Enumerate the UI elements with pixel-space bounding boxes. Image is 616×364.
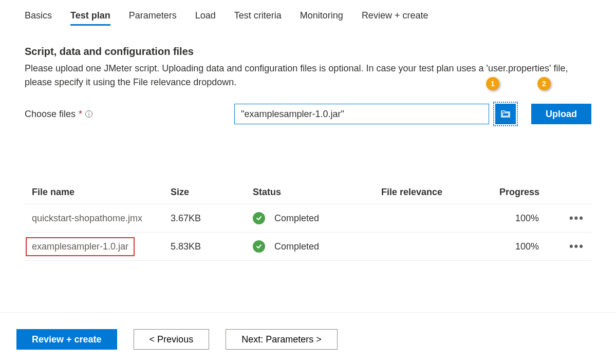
- col-header-progress[interactable]: Progress: [492, 181, 562, 204]
- col-header-name[interactable]: File name: [25, 181, 163, 204]
- tab-monitoring[interactable]: Monitoring: [300, 10, 343, 25]
- col-header-status[interactable]: Status: [246, 181, 374, 204]
- table-row: quickstart-shopathome.jmx 3.67KB Complet…: [25, 204, 591, 233]
- choose-files-label-text: Choose files: [25, 109, 76, 120]
- col-header-size[interactable]: Size: [163, 181, 246, 204]
- next-button[interactable]: Next: Parameters >: [226, 329, 338, 350]
- review-create-button[interactable]: Review + create: [16, 329, 117, 350]
- tab-test-plan[interactable]: Test plan: [70, 10, 110, 25]
- footer-buttons: Review + create < Previous Next: Paramet…: [0, 313, 616, 356]
- table-row: examplesampler-1.0.jar 5.83KB Completed …: [25, 233, 591, 261]
- previous-button[interactable]: < Previous: [134, 329, 210, 350]
- browse-folder-button[interactable]: [495, 104, 516, 124]
- file-path-input[interactable]: [234, 104, 489, 124]
- file-status-cell: Completed: [253, 240, 367, 253]
- col-header-actions: [562, 181, 591, 204]
- tab-parameters[interactable]: Parameters: [129, 10, 177, 25]
- files-table: File name Size Status File relevance Pro…: [25, 181, 591, 261]
- tab-review-create[interactable]: Review + create: [362, 10, 428, 25]
- folder-icon: [500, 110, 511, 118]
- status-text: Completed: [274, 213, 319, 224]
- callout-badge-1: 1: [486, 77, 499, 90]
- status-text: Completed: [274, 241, 319, 252]
- file-name-cell: examplesampler-1.0.jar: [26, 237, 135, 256]
- tab-basics[interactable]: Basics: [25, 10, 52, 25]
- file-size-cell: 3.67KB: [163, 204, 246, 233]
- col-header-relevance[interactable]: File relevance: [374, 181, 492, 204]
- more-actions-button[interactable]: •••: [569, 240, 584, 253]
- tab-test-criteria[interactable]: Test criteria: [234, 10, 282, 25]
- file-relevance-cell: [374, 204, 492, 233]
- tab-bar: Basics Test plan Parameters Load Test cr…: [25, 10, 591, 25]
- section-title: Script, data and configuration files: [25, 46, 591, 58]
- info-icon[interactable]: i: [85, 110, 92, 118]
- tab-load[interactable]: Load: [195, 10, 216, 25]
- callout-badge-2: 2: [537, 77, 551, 90]
- required-asterisk: *: [79, 109, 82, 120]
- more-actions-button[interactable]: •••: [569, 212, 584, 224]
- file-progress-cell: 100%: [492, 233, 562, 261]
- choose-files-label: Choose files * i: [25, 109, 234, 120]
- file-progress-cell: 100%: [492, 204, 562, 233]
- check-icon: [253, 240, 265, 253]
- upload-button[interactable]: Upload: [531, 104, 591, 124]
- file-relevance-cell: [374, 233, 492, 261]
- file-status-cell: Completed: [253, 212, 367, 224]
- check-icon: [253, 212, 265, 224]
- section-description: Please upload one JMeter script. Uploadi…: [25, 62, 591, 89]
- choose-files-row: Choose files * i 1 Upload 2: [25, 104, 591, 124]
- file-name-cell: quickstart-shopathome.jmx: [32, 213, 142, 223]
- file-size-cell: 5.83KB: [163, 233, 246, 261]
